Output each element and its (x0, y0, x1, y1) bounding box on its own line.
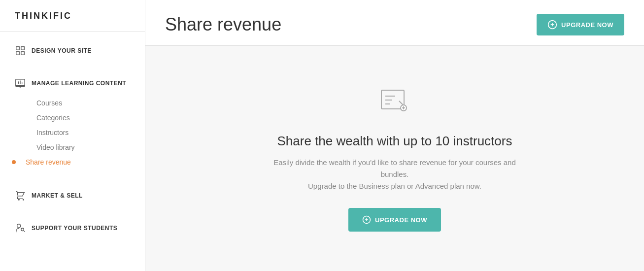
sidebar-item-support[interactable]: SUPPORT YOUR STUDENTS (0, 218, 145, 238)
sidebar-item-categories[interactable]: Categories (32, 110, 145, 125)
svg-point-11 (17, 224, 21, 228)
sidebar-item-share-revenue[interactable]: Share revenue (22, 155, 145, 169)
feature-description: Easily divide the wealth if you'd like t… (262, 157, 528, 192)
feature-icon (377, 85, 412, 122)
manage-sub-items: Courses Categories Instructors Video lib… (0, 94, 145, 173)
page-header: Share revenue UPGRADE NOW (145, 0, 644, 46)
sidebar-item-market[interactable]: MARKET & SELL (0, 185, 145, 206)
svg-rect-3 (21, 52, 24, 55)
nav-section-market: MARKET & SELL (0, 176, 145, 209)
nav-section-support: SUPPORT YOUR STUDENTS (0, 209, 145, 241)
support-icon (15, 223, 26, 234)
svg-rect-1 (21, 47, 24, 50)
upgrade-icon-center (362, 215, 371, 224)
page-title: Share revenue (165, 14, 281, 35)
design-icon (15, 45, 26, 56)
content-body: Share the wealth with up to 10 instructo… (145, 46, 644, 271)
sidebar-item-courses[interactable]: Courses (32, 96, 145, 110)
sidebar: THINKIFIC DESIGN YOUR SITE MANAGE L (0, 0, 145, 271)
svg-point-10 (23, 199, 24, 200)
header-upgrade-button[interactable]: UPGRADE NOW (537, 14, 624, 35)
manage-icon (15, 78, 26, 89)
svg-rect-2 (16, 52, 19, 55)
sidebar-item-manage[interactable]: MANAGE LEARNING CONTENT (0, 73, 145, 94)
feature-title: Share the wealth with up to 10 instructo… (277, 134, 512, 149)
sidebar-label-design: DESIGN YOUR SITE (32, 47, 92, 54)
svg-rect-0 (16, 47, 19, 50)
sidebar-item-design[interactable]: DESIGN YOUR SITE (0, 40, 145, 61)
sidebar-label-support: SUPPORT YOUR STUDENTS (32, 225, 117, 232)
sidebar-label-market: MARKET & SELL (32, 192, 83, 199)
svg-point-12 (21, 228, 24, 231)
nav-section-manage: MANAGE LEARNING CONTENT Courses Categori… (0, 64, 145, 176)
logo-area: THINKIFIC (0, 0, 145, 32)
sidebar-item-video-library[interactable]: Video library (32, 140, 145, 155)
main-content: Share revenue UPGRADE NOW Share (145, 0, 644, 271)
sidebar-item-instructors[interactable]: Instructors (32, 125, 145, 140)
logo: THINKIFIC (15, 11, 72, 21)
center-upgrade-button[interactable]: UPGRADE NOW (348, 208, 441, 232)
market-icon (15, 190, 26, 201)
sidebar-label-manage: MANAGE LEARNING CONTENT (32, 80, 126, 87)
nav-section-design: DESIGN YOUR SITE (0, 32, 145, 64)
svg-point-9 (18, 199, 19, 200)
upgrade-icon-header (547, 20, 557, 30)
active-dot (12, 160, 16, 164)
